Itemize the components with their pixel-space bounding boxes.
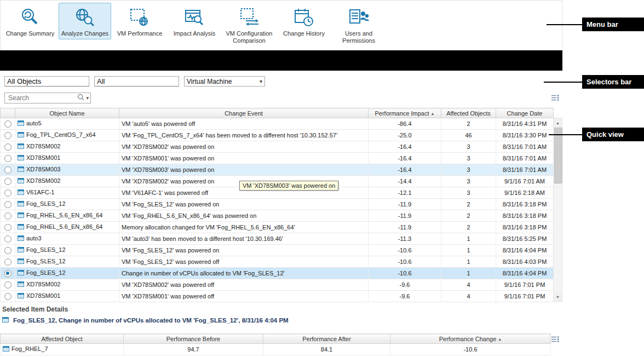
annotation-line-selectors-bar <box>544 82 582 83</box>
row-radio[interactable] <box>1 141 15 153</box>
object-name-cell[interactable]: V61AFC-1 <box>15 187 119 199</box>
affected-objects-cell: 1 <box>441 268 496 279</box>
object-name-cell[interactable]: auto5 <box>15 118 119 130</box>
object-name-cell[interactable]: Fog_TPL_CentOS_7_x64 <box>15 130 119 141</box>
table-row[interactable]: Fog_RHEL_5.6_EN_x86_64Memory allocation … <box>1 222 554 233</box>
column-header-affected-object[interactable]: Affected Object <box>1 334 124 344</box>
menu-item-vm-performance[interactable]: VM Performance <box>113 3 166 39</box>
table-row[interactable]: Fog_SLES_12VM 'Fog_SLES_12' was powered … <box>1 256 554 268</box>
scroll-down-button[interactable]: ▼ <box>554 292 562 301</box>
table-row[interactable]: XD78SM002VM 'XD78SM002' was powered on-1… <box>1 141 554 153</box>
table-row[interactable]: auto5VM 'auto5' was powered off-86.428/3… <box>1 118 554 130</box>
object-name-cell[interactable]: XD78SM002 <box>15 176 119 187</box>
object-name-cell[interactable]: XD78SM002 <box>15 279 119 291</box>
menu-item-vm-configuration-comparison[interactable]: VM Configuration Comparison <box>223 3 275 47</box>
row-radio[interactable] <box>1 118 15 130</box>
change-event-cell: VM 'XD78SM001' was powered on <box>119 153 369 164</box>
column-header-affected-objects[interactable]: Affected Objects <box>441 108 496 118</box>
search-options-chevron-icon[interactable]: ▾ <box>86 95 89 101</box>
column-chooser-icon[interactable] <box>551 335 559 345</box>
row-radio[interactable] <box>1 279 15 291</box>
change-date-cell: 8/31/16 4:04 PM <box>496 268 554 279</box>
row-radio[interactable] <box>1 291 15 302</box>
column-header-performance-after[interactable]: Performance After <box>263 334 390 344</box>
row-radio[interactable] <box>1 256 15 268</box>
object-name-cell[interactable]: Fog_SLES_12 <box>15 199 119 210</box>
object-name-cell[interactable]: XD78SM002 <box>15 141 119 153</box>
table-row[interactable]: Fog_RHEL_794.784.1-10.6 <box>1 344 551 355</box>
object-name-cell[interactable]: auto3 <box>15 233 119 245</box>
row-radio[interactable] <box>1 176 15 187</box>
row-radio[interactable] <box>1 187 15 199</box>
performance-impact-cell: -10.6 <box>369 256 441 268</box>
column-header-object-name[interactable]: Object Name <box>15 108 119 118</box>
details-table: Affected Object Performance Before Perfo… <box>0 333 551 355</box>
menu-item-label: Change Summary <box>6 30 55 37</box>
column-header-change-date[interactable]: Change Date <box>496 108 554 118</box>
affected-objects-cell: 3 <box>441 176 496 187</box>
menu-item-users-and-permissions[interactable]: Users and Permissions <box>332 3 385 47</box>
menu-item-change-summary[interactable]: Change Summary <box>4 3 56 39</box>
search-input[interactable] <box>7 94 76 102</box>
performance-impact-cell: -16.4 <box>369 141 441 153</box>
scope-selector-input[interactable] <box>4 76 89 87</box>
change-event-cell: VM 'Fog_SLES_12' was powered on <box>119 245 369 256</box>
table-row[interactable]: Fog_TPL_CentOS_7_x64VM 'Fog_TPL_CentOS_7… <box>1 130 554 141</box>
row-radio[interactable] <box>1 210 15 222</box>
table-row[interactable]: XD78SM003VM 'XD78SM003' was powered on-1… <box>1 164 554 176</box>
annotation-selectors-bar: Selectors bar <box>582 75 644 89</box>
menu-item-label: VM Configuration Comparison <box>225 30 274 44</box>
table-row[interactable]: XD78SM002VM 'XD78SM002' was powered off-… <box>1 279 554 291</box>
row-radio[interactable] <box>1 164 15 176</box>
affected-object-cell[interactable]: Fog_RHEL_7 <box>1 344 124 355</box>
object-name-cell[interactable]: Fog_SLES_12 <box>15 268 119 279</box>
row-radio[interactable] <box>1 268 15 279</box>
row-radio[interactable] <box>1 130 15 141</box>
row-radio[interactable] <box>1 245 15 256</box>
sort-asc-icon: ▲ <box>431 112 435 116</box>
row-radio[interactable] <box>1 222 15 233</box>
sort-asc-icon: ▲ <box>498 337 502 341</box>
scroll-up-button[interactable]: ▲ <box>554 118 562 127</box>
object-name-cell[interactable]: Fog_RHEL_5.6_EN_x86_64 <box>15 210 119 222</box>
table-row[interactable]: XD78SM001VM 'XD78SM001' was powered on-1… <box>1 153 554 164</box>
affected-objects-cell: 46 <box>441 130 496 141</box>
details-body: Fog_RHEL_794.784.1-10.6 <box>1 344 551 355</box>
menu-item-change-history[interactable]: Change History <box>278 3 330 39</box>
object-type-dropdown[interactable]: Virtual Machine ▾ <box>184 76 265 87</box>
table-row[interactable]: XD78SM001VM 'XD78SM001' was powered off-… <box>1 291 554 302</box>
object-name-cell[interactable]: Fog_SLES_12 <box>15 256 119 268</box>
performance-impact-cell: -14.4 <box>369 176 441 187</box>
column-header-change-event[interactable]: Change Event <box>119 108 369 118</box>
row-radio[interactable] <box>1 199 15 210</box>
column-header-performance-change[interactable]: Performance Change▲ <box>390 334 551 344</box>
row-radio[interactable] <box>1 233 15 245</box>
column-header-performance-impact[interactable]: Performance Impact▲ <box>369 108 441 118</box>
performance-change-cell: -10.6 <box>390 344 551 355</box>
table-row[interactable]: Fog_SLES_12Change in number of vCPUs all… <box>1 268 554 279</box>
object-name-cell[interactable]: XD78SM001 <box>15 153 119 164</box>
affected-objects-cell: 2 <box>441 210 496 222</box>
row-radio[interactable] <box>1 153 15 164</box>
table-row[interactable]: Fog_SLES_12VM 'Fog_SLES_12' was powered … <box>1 245 554 256</box>
quick-view-body: auto5VM 'auto5' was powered off-86.428/3… <box>1 118 554 302</box>
search-icon[interactable] <box>77 93 84 103</box>
object-name-cell[interactable]: Fog_RHEL_5.6_EN_x86_64 <box>15 222 119 233</box>
object-name-cell[interactable]: Fog_SLES_12 <box>15 245 119 256</box>
table-row[interactable]: Fog_RHEL_5.6_EN_x86_64VM 'Fog_RHEL_5.6_E… <box>1 210 554 222</box>
table-row[interactable]: auto3VM 'auto3' has been moved to a diff… <box>1 233 554 245</box>
column-chooser-icon[interactable] <box>551 94 559 103</box>
annotation-quick-view: Quick view <box>582 128 644 141</box>
object-name-cell[interactable]: XD78SM001 <box>15 291 119 302</box>
menu-item-analyze-changes[interactable]: Analyze Changes <box>59 3 111 39</box>
affected-objects-cell: 3 <box>441 187 496 199</box>
column-header-performance-before[interactable]: Performance Before <box>124 334 263 344</box>
filter-selector-input[interactable] <box>94 76 179 87</box>
object-name-cell[interactable]: XD78SM003 <box>15 164 119 176</box>
table-row[interactable]: Fog_SLES_12VM 'Fog_SLES_12' was powered … <box>1 199 554 210</box>
vertical-scrollbar[interactable]: ▲ ▼ <box>553 118 562 302</box>
search-box[interactable]: ▾ <box>4 93 91 103</box>
menu-item-impact-analysis[interactable]: Impact Analysis <box>168 3 221 39</box>
scrollbar-thumb[interactable] <box>554 128 562 183</box>
vm-icon <box>18 177 24 185</box>
